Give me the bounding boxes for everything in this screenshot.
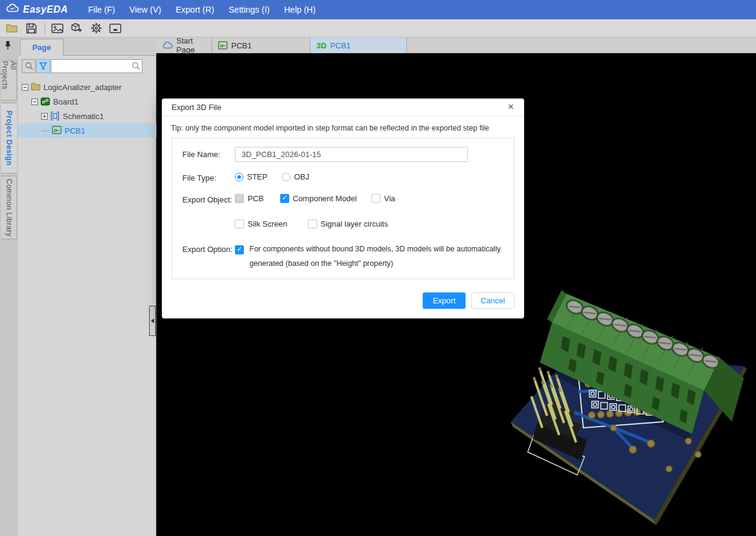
checkbox-via[interactable] xyxy=(371,194,380,203)
tab-page-label: Page xyxy=(32,43,51,52)
vertical-tab-common-library[interactable]: Common Library xyxy=(1,176,17,239)
save-icon[interactable] xyxy=(24,22,39,35)
3d-badge: 3D xyxy=(316,41,327,50)
file-type-label: File Type: xyxy=(182,173,216,182)
file-name-label: File Name: xyxy=(182,150,220,159)
project-tree: LogicAnalizer_adapter Board1 Schematic1 … xyxy=(18,80,156,138)
export-object-label: Export Object: xyxy=(182,195,232,204)
export-3d-icon[interactable] xyxy=(69,22,84,35)
collapse-icon[interactable] xyxy=(22,84,28,91)
vertical-tab-label: Project Design xyxy=(5,111,13,166)
checkbox-auto-generate[interactable] xyxy=(235,245,244,254)
checkbox-pcb[interactable] xyxy=(235,194,244,203)
tree-row-schematic[interactable]: Schematic1 xyxy=(18,109,156,123)
export-option-label: Export Option: xyxy=(182,245,232,254)
checkbox-component-model[interactable] xyxy=(280,194,289,203)
expand-icon[interactable] xyxy=(41,113,48,120)
bottom-panel-icon[interactable] xyxy=(108,22,123,35)
checkbox-pcb-label: PCB xyxy=(248,194,264,203)
radio-obj-label: OBJ xyxy=(294,172,309,181)
schematic-icon xyxy=(50,111,60,121)
tab-label: PCB1 xyxy=(330,41,351,50)
dialog-tip-text: Tip: only the component model imported i… xyxy=(171,124,489,132)
app-title: EasyEDA xyxy=(23,4,68,15)
export-3d-dialog: Export 3D File × Tip: only the component… xyxy=(162,98,524,318)
tab-pcb1[interactable]: PCB1 xyxy=(212,37,310,53)
project-panel: Page LogicAnalizer_adapter xyxy=(18,37,156,536)
cloud-icon xyxy=(6,4,19,16)
tree-item-label: LogicAnalizer_adapter xyxy=(43,83,121,92)
tree-item-label: Schematic1 xyxy=(63,112,104,121)
tree-item-label: PCB1 xyxy=(65,126,85,135)
board-icon xyxy=(40,97,50,106)
export-option-text-line2: generated (based on the "Height" propert… xyxy=(249,256,509,271)
search-icon xyxy=(132,62,140,73)
menu-help[interactable]: Help (H) xyxy=(277,5,322,15)
pcb-3d-render[interactable] xyxy=(507,290,756,536)
vertical-tab-all-projects[interactable]: All Projects xyxy=(1,60,17,100)
checkbox-signal-layer[interactable] xyxy=(308,219,317,228)
tree-row-board[interactable]: Board1 xyxy=(18,94,156,109)
checkbox-signal-layer-label: Signal layer circuits xyxy=(321,219,388,228)
checkbox-silk-screen-label: Silk Screen xyxy=(248,219,287,228)
tree-item-label: Board1 xyxy=(53,97,78,106)
checkbox-via-label: Via xyxy=(384,194,396,203)
toolbar-separator xyxy=(45,22,45,34)
dialog-title-bar: Export 3D File × xyxy=(162,98,524,116)
toolbar xyxy=(0,19,756,37)
menu-settings[interactable]: Settings (I) xyxy=(222,5,277,15)
tab-page[interactable]: Page xyxy=(20,39,63,56)
file-name-input[interactable] xyxy=(235,147,468,162)
tab-label: Start Page xyxy=(176,36,205,54)
export-option-text-line1: For components without bound 3D models, … xyxy=(249,242,509,256)
search-button[interactable] xyxy=(22,59,36,73)
filter-button[interactable] xyxy=(36,59,50,73)
export-button[interactable]: Export xyxy=(423,292,466,309)
open-folder-icon[interactable] xyxy=(5,22,19,35)
tab-label: PCB1 xyxy=(231,41,252,50)
tree-row-pcb[interactable]: PCB1 xyxy=(18,123,156,138)
menu-export[interactable]: Export (R) xyxy=(168,5,222,15)
tree-connector xyxy=(42,131,50,131)
cloud-icon xyxy=(162,42,173,49)
tab-3d-pcb1[interactable]: 3D PCB1 xyxy=(310,37,407,53)
menu-bar: EasyEDA File (F) View (V) Export (R) Set… xyxy=(0,0,756,19)
tree-row-project[interactable]: LogicAnalizer_adapter xyxy=(18,80,156,94)
panel-tab-strip: Page xyxy=(18,37,156,56)
cancel-button[interactable]: Cancel xyxy=(471,292,514,309)
tree-search-row xyxy=(18,58,156,74)
dialog-title: Export 3D File xyxy=(171,103,221,112)
radio-obj[interactable] xyxy=(282,173,290,181)
settings-gear-icon[interactable] xyxy=(89,22,103,35)
close-icon[interactable]: × xyxy=(505,101,517,113)
pcb-icon xyxy=(218,41,228,50)
search-input[interactable] xyxy=(51,59,143,73)
vertical-tab-label: All Projects xyxy=(1,61,18,100)
menu-file[interactable]: File (F) xyxy=(81,5,122,15)
radio-step[interactable] xyxy=(235,173,243,181)
tab-start-page[interactable]: Start Page xyxy=(156,37,212,53)
export-image-icon[interactable] xyxy=(50,22,65,35)
left-tab-strip: All Projects Project Design Common Libra… xyxy=(0,37,18,536)
collapse-arrow-icon xyxy=(151,318,154,323)
checkbox-component-model-label: Component Model xyxy=(293,194,357,203)
folder-icon xyxy=(31,82,40,92)
radio-step-label: STEP xyxy=(247,172,267,181)
pin-icon[interactable] xyxy=(4,40,12,53)
menu-view[interactable]: View (V) xyxy=(122,5,168,15)
collapse-icon[interactable] xyxy=(31,98,38,105)
dialog-form: File Name: File Type: STEP OBJ Export Ob… xyxy=(171,138,514,279)
vertical-tab-project-design[interactable]: Project Design xyxy=(1,103,17,173)
document-tab-bar: Start Page PCB1 3D PCB1 xyxy=(156,37,756,53)
pcb-icon xyxy=(52,126,62,135)
panel-collapse-handle[interactable] xyxy=(149,306,156,336)
checkbox-silk-screen[interactable] xyxy=(235,219,244,228)
vertical-tab-label: Common Library xyxy=(5,179,13,237)
app-logo: EasyEDA xyxy=(6,4,77,16)
